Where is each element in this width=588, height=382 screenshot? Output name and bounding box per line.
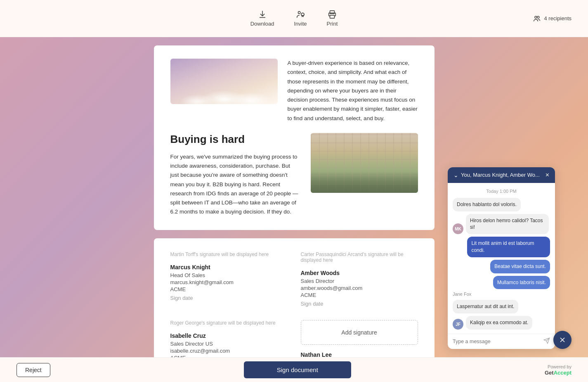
doc-section-buying: Buying is hard For years, we've summariz…	[170, 133, 418, 217]
sig-placeholder-2: Carter Passaquindici Arcand's signature …	[301, 252, 418, 263]
chat-message-2: Hiros delon hemro calidol? Tacos si!	[466, 214, 549, 235]
chat-message-4: Beatae vitae dicta sunt.	[490, 260, 550, 273]
doc-section-top: A buyer-driven experience is based on re…	[170, 59, 418, 123]
powered-by-text: Powered by	[545, 364, 571, 369]
download-icon	[258, 10, 267, 19]
recipients-button[interactable]: 4 recipients	[533, 14, 571, 23]
chat-message-5: Mullamco laboris nisit.	[493, 276, 550, 289]
reject-button[interactable]: Reject	[17, 363, 50, 377]
chat-fab-button[interactable]	[553, 331, 571, 349]
powered-by: Powered by GetAccept	[545, 364, 571, 376]
svg-point-4	[535, 16, 537, 18]
buying-body: For years, we've summarized the buying p…	[170, 152, 299, 217]
chat-message-1: Dolres hablanto dol voloris.	[453, 198, 521, 211]
chat-input[interactable]	[453, 339, 540, 344]
sig-role-marcus: Head Of Sales	[170, 272, 288, 278]
sig-email-isabelle: isabelle.cruz@gmail.com	[170, 348, 288, 354]
toolbar: Download Invite Print 4	[0, 0, 588, 37]
chat-participants: You, Marcus Knight, Amber Wo...	[461, 172, 540, 178]
sig-block-marcus: Martin Torff's signature will be display…	[170, 252, 288, 307]
chat-input-area	[448, 334, 555, 349]
getaccept-logo: GetAccept	[545, 369, 571, 376]
doc-section-1: A buyer-driven experience is based on re…	[154, 45, 435, 230]
sig-name-marcus: Marcus Knight	[170, 264, 288, 270]
chat-row-8: JF Kaliqip ex ea commodo at.	[453, 316, 550, 330]
chat-close-button[interactable]: ×	[545, 171, 549, 179]
sig-name-isabelle: Isabelle Cruz	[170, 332, 288, 339]
recipients-icon	[533, 14, 541, 23]
print-label: Print	[327, 21, 338, 27]
sig-role-isabelle: Sales Director US	[170, 341, 288, 347]
chat-message-3: Lit mollit anim id est laborum condi.	[467, 237, 550, 257]
print-button[interactable]: Print	[327, 10, 338, 27]
svg-point-5	[537, 16, 539, 18]
sig-placeholder-3: Roger George's signature will be display…	[170, 320, 288, 326]
chat-collapse-button[interactable]: ⌄	[453, 172, 458, 178]
chat-header: ⌄ You, Marcus Knight, Amber Wo... ×	[448, 167, 555, 183]
add-signature-button[interactable]: Add signature	[301, 320, 418, 345]
chat-sender-jane: Jane Fox	[453, 292, 550, 297]
chat-row-2: MK Hiros delon hemro calidol? Tacos si!	[453, 214, 550, 235]
chat-widget: ⌄ You, Marcus Knight, Amber Wo... × Toda…	[448, 167, 555, 349]
chat-message-7: Kaliqip ex ea commodo at.	[466, 316, 532, 330]
download-button[interactable]: Download	[250, 10, 274, 27]
sig-placeholder-1: Martin Torff's signature will be display…	[170, 252, 288, 257]
sig-company-amber: ACME	[301, 292, 418, 298]
invite-label: Invite	[294, 21, 307, 27]
invite-button[interactable]: Invite	[294, 10, 307, 27]
chat-avatar-2: JF	[453, 319, 463, 330]
invite-icon	[296, 10, 305, 19]
sig-name-amber: Amber Woods	[301, 270, 418, 276]
building-image	[311, 133, 418, 193]
document-area: A buyer-driven experience is based on re…	[154, 45, 435, 382]
send-icon	[543, 337, 550, 344]
buying-text: Buying is hard For years, we've summariz…	[170, 133, 299, 217]
chat-send-button[interactable]	[543, 337, 550, 346]
chat-avatar-1: MK	[453, 223, 463, 234]
add-signature-label: Add signature	[341, 329, 377, 336]
recipients-label: 4 recipients	[544, 15, 571, 21]
buying-title: Buying is hard	[170, 133, 299, 146]
bottom-bar: Reject Sign document Powered by GetAccep…	[0, 357, 588, 382]
chat-timestamp: Today 1:00 PM	[453, 189, 550, 194]
chat-header-left: ⌄ You, Marcus Knight, Amber Wo...	[453, 172, 540, 178]
toolbar-actions: Download Invite Print	[250, 10, 338, 27]
sig-company-marcus: ACME	[170, 286, 288, 292]
download-label: Download	[250, 21, 274, 27]
chat-body: Today 1:00 PM Dolres hablanto dol volori…	[448, 183, 555, 334]
sig-email-amber: amber.woods@gmail.com	[301, 285, 418, 291]
svg-point-0	[298, 12, 301, 14]
sig-date-marcus: Sign date	[170, 295, 288, 301]
sig-row-1: Martin Torff's signature will be display…	[170, 252, 418, 307]
sig-role-amber: Sales Director	[301, 278, 418, 284]
logo-get: Get	[545, 370, 554, 376]
sign-document-button[interactable]: Sign document	[244, 361, 351, 378]
sig-email-marcus: marcus.knight@gmail.com	[170, 279, 288, 285]
logo-accept: Accept	[554, 370, 571, 376]
clouds-image	[170, 59, 278, 104]
sig-date-amber: Sign date	[301, 301, 418, 307]
chat-message-6: Laspernatur aut dit aut int.	[453, 300, 518, 313]
svg-rect-3	[330, 15, 334, 18]
doc-body-text-1: A buyer-driven experience is based on re…	[288, 59, 418, 123]
print-icon	[328, 10, 337, 19]
chat-fab-icon	[558, 336, 567, 344]
sig-block-amber: Carter Passaquindici Arcand's signature …	[301, 252, 418, 307]
